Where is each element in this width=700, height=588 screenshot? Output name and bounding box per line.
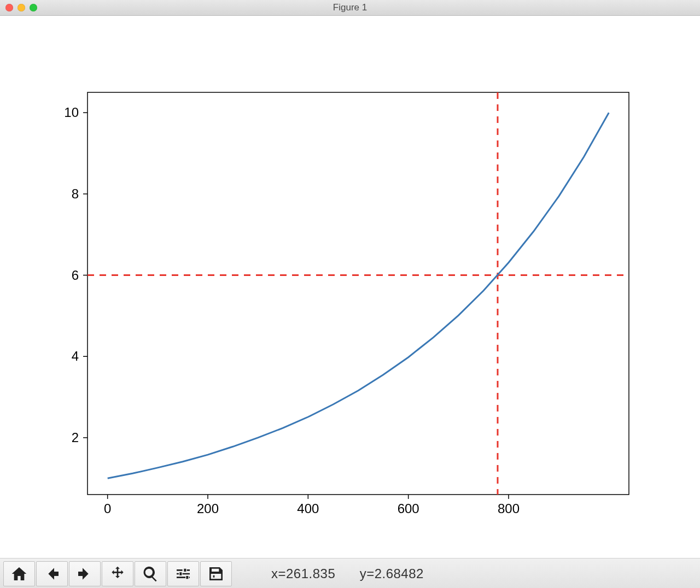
axes-frame bbox=[88, 92, 629, 495]
x-tick-label: 800 bbox=[498, 501, 520, 516]
back-button[interactable] bbox=[36, 561, 68, 586]
move-icon bbox=[109, 565, 126, 583]
y-tick-label: 4 bbox=[72, 349, 79, 363]
y-tick-label: 6 bbox=[72, 268, 79, 283]
forward-button[interactable] bbox=[69, 561, 101, 586]
window-close-button[interactable] bbox=[5, 4, 13, 11]
y-tick-label: 10 bbox=[64, 105, 79, 120]
x-tick-label: 0 bbox=[104, 501, 111, 516]
cursor-y-label: y= bbox=[360, 566, 375, 581]
save-button[interactable] bbox=[200, 561, 232, 586]
cursor-x-value: 261.835 bbox=[286, 566, 335, 581]
search-icon bbox=[142, 565, 159, 583]
x-tick-label: 400 bbox=[297, 501, 319, 516]
cursor-coordinates: x=261.835 y=2.68482 bbox=[271, 566, 424, 581]
series-curve bbox=[108, 113, 609, 478]
arrow-right-icon bbox=[76, 565, 94, 583]
matplotlib-toolbar: x=261.835 y=2.68482 bbox=[0, 558, 700, 588]
y-tick-label: 8 bbox=[72, 186, 79, 201]
arrow-left-icon bbox=[43, 565, 61, 583]
window-titlebar: Figure 1 bbox=[0, 0, 700, 16]
zoom-button[interactable] bbox=[135, 561, 166, 586]
x-tick-label: 200 bbox=[197, 501, 219, 516]
window-minimize-button[interactable] bbox=[18, 4, 25, 11]
x-tick-label: 600 bbox=[398, 501, 419, 516]
y-tick-label: 2 bbox=[72, 430, 79, 445]
sliders-icon bbox=[174, 565, 192, 583]
cursor-x-label: x= bbox=[271, 566, 286, 581]
window-fullscreen-button[interactable] bbox=[30, 4, 37, 11]
configure-button[interactable] bbox=[167, 561, 199, 586]
window-title: Figure 1 bbox=[333, 2, 367, 13]
pan-button[interactable] bbox=[102, 561, 133, 586]
save-icon bbox=[207, 565, 225, 583]
cursor-y-value: 2.68482 bbox=[375, 566, 424, 581]
home-icon bbox=[10, 565, 28, 583]
plot-canvas[interactable]: 0200400600800246810 bbox=[0, 16, 700, 558]
home-button[interactable] bbox=[3, 561, 35, 586]
